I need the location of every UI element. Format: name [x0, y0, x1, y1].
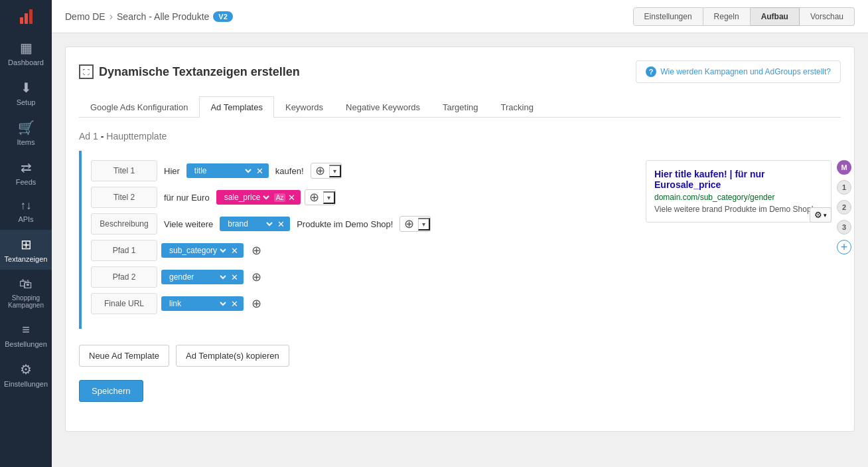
titel2-tag-remove[interactable]: ✕: [288, 193, 295, 202]
beschreibung-add-btn[interactable]: ⊕: [400, 217, 418, 231]
sidebar-item-bestellungen[interactable]: ≡ Bestellungen: [0, 316, 52, 355]
field-row-beschreibung: Beschreibung Viele weitere brand title s…: [91, 213, 635, 234]
badge-3[interactable]: 3: [837, 220, 851, 234]
tab-targeting[interactable]: Targeting: [431, 96, 489, 118]
beschreibung-add-group[interactable]: ⊕ ▾: [399, 216, 431, 232]
nav-step-vorschau[interactable]: Vorschau: [800, 7, 855, 26]
help-label: Wie werden Kampagnen und AdGroups erstel…: [660, 67, 831, 76]
badge-2[interactable]: 2: [837, 200, 851, 215]
titel1-add-btn[interactable]: ⊕: [311, 163, 329, 178]
titel1-tag[interactable]: title brand sale_price sub_category gend…: [186, 163, 269, 178]
titel1-tag-remove[interactable]: ✕: [256, 167, 263, 175]
preview-title: Hier title kaufen! | für nur Eurosale_pr…: [654, 169, 823, 190]
titel2-add-group[interactable]: ⊕ ▾: [305, 189, 336, 205]
logo-bar-3: [29, 9, 33, 24]
tab-tracking[interactable]: Tracking: [490, 96, 545, 118]
expand-icon[interactable]: ⛶: [79, 64, 94, 79]
nav-step-regeln[interactable]: Regeln: [703, 7, 751, 26]
beschreibung-tag-remove[interactable]: ✕: [277, 220, 285, 229]
tabs: Google Ads Konfiguration Ad Templates Ke…: [79, 96, 841, 118]
titel2-add-dropdown[interactable]: ▾: [323, 191, 335, 204]
logo-bar-1: [20, 17, 23, 24]
breadcrumb: Demo DE › Search - Alle Produkte V2: [65, 11, 233, 23]
pfad2-add-btn[interactable]: ⊕: [248, 268, 265, 286]
topbar: Demo DE › Search - Alle Produkte V2 Eins…: [52, 0, 868, 33]
tab-google[interactable]: Google Ads Konfiguration: [79, 96, 199, 118]
gear-dropdown-arrow: ▾: [824, 212, 827, 219]
ad-section-inner: Titel 1 Hier title brand sale_price sub_…: [82, 151, 841, 329]
pfad2-tag-remove[interactable]: ✕: [231, 273, 238, 282]
pfad1-tag-remove[interactable]: ✕: [231, 246, 238, 255]
tab-ad-templates[interactable]: Ad Templates: [199, 96, 274, 118]
sidebar-item-apis[interactable]: ↑↓ APIs: [0, 193, 52, 230]
sidebar: ▦ Dashboard ⬇ Setup 🛒 Items ⇄ Feeds ↑↓ A…: [0, 0, 52, 467]
main-content: Demo DE › Search - Alle Produkte V2 Eins…: [52, 0, 868, 467]
content-area: ⛶ Dynamische Textanzeigen erstellen ? Wi…: [52, 33, 868, 467]
badge-m[interactable]: M: [837, 160, 851, 175]
pfad2-tag-select[interactable]: gender sub_category brand: [167, 272, 228, 282]
titel2-tag-select[interactable]: sale_price title brand: [222, 192, 271, 203]
beschreibung-tag[interactable]: brand title sale_price ✕: [220, 217, 290, 231]
nav-steps: Einstellungen Regeln Aufbau Vorschau: [633, 7, 855, 26]
pfad2-tag[interactable]: gender sub_category brand ✕: [161, 270, 244, 284]
save-row: Speichern: [79, 367, 841, 402]
nav-step-einstellungen[interactable]: Einstellungen: [633, 7, 703, 26]
preview-sidebar: M 1 2 3 +: [837, 160, 851, 254]
titel2-add-btn[interactable]: ⊕: [305, 190, 323, 205]
breadcrumb-item-2[interactable]: Search - Alle Produkte: [117, 11, 209, 22]
tab-negative-keywords[interactable]: Negative Keywords: [334, 96, 431, 118]
sidebar-item-label: Dashboard: [8, 58, 44, 66]
label-beschreibung: Beschreibung: [91, 213, 157, 234]
titel2-tag[interactable]: sale_price title brand Az ✕: [216, 190, 301, 205]
pfad1-tag-select[interactable]: sub_category gender brand: [167, 245, 228, 256]
breadcrumb-item-1[interactable]: Demo DE: [65, 11, 106, 22]
sidebar-item-dashboard[interactable]: ▦ Dashboard: [0, 33, 52, 73]
sidebar-item-shopping[interactable]: 🛍 Shopping Kampagnen: [0, 270, 52, 316]
preview-box: Hier title kaufen! | für nur Eurosale_pr…: [646, 160, 832, 223]
sidebar-item-einstellungen[interactable]: ⚙ Einstellungen: [0, 355, 52, 395]
pfad1-add-btn[interactable]: ⊕: [248, 242, 265, 259]
logo-icon: [20, 9, 33, 24]
beschreibung-tag-select[interactable]: brand title sale_price: [225, 219, 275, 229]
titel2-tag-az[interactable]: Az: [274, 193, 286, 202]
titel1-prefix: Hier: [161, 166, 182, 176]
preview-desc: Viele weitere brand Produkte im Demo Sho…: [654, 205, 823, 214]
beschreibung-add-dropdown[interactable]: ▾: [418, 218, 430, 231]
sidebar-item-textanzeigen[interactable]: ⊞ Textanzeigen: [0, 230, 52, 270]
nav-step-aufbau[interactable]: Aufbau: [751, 7, 800, 26]
sidebar-item-label: APIs: [18, 215, 33, 223]
titel1-add-dropdown[interactable]: ▾: [329, 165, 341, 177]
sidebar-item-setup[interactable]: ⬇ Setup: [0, 73, 52, 113]
badge-1[interactable]: 1: [837, 180, 851, 195]
gear-button[interactable]: ⚙ ▾: [810, 207, 832, 223]
badge-add[interactable]: +: [837, 240, 851, 254]
ad-section: Titel 1 Hier title brand sale_price sub_…: [79, 151, 841, 329]
einstellungen-icon: ⚙: [20, 361, 32, 377]
sidebar-item-feeds[interactable]: ⇄ Feeds: [0, 153, 52, 193]
field-row-pfad2: Pfad 2 gender sub_category brand ✕: [91, 266, 635, 288]
section-title: Ad 1 - Haupttemplate: [79, 131, 841, 141]
copy-template-button[interactable]: Ad Template(s) kopieren: [176, 345, 289, 367]
finale-url-tag-select[interactable]: link sub_category: [167, 298, 228, 309]
feeds-icon: ⇄: [21, 159, 32, 175]
finale-url-tag-remove[interactable]: ✕: [231, 300, 238, 308]
sidebar-item-label: Textanzeigen: [5, 255, 48, 263]
finale-url-tag[interactable]: link sub_category ✕: [161, 296, 244, 311]
sidebar-item-label: Shopping Kampagnen: [3, 294, 48, 309]
new-template-button[interactable]: Neue Ad Template: [79, 345, 169, 367]
tab-keywords[interactable]: Keywords: [274, 96, 334, 118]
titel2-prefix: für nur Euro: [161, 193, 212, 203]
save-button[interactable]: Speichern: [79, 380, 143, 402]
sidebar-item-items[interactable]: 🛒 Items: [0, 113, 52, 153]
help-button[interactable]: ? Wie werden Kampagnen und AdGroups erst…: [636, 60, 841, 83]
titel1-tag-select[interactable]: title brand sale_price sub_category gend…: [192, 165, 253, 176]
ad-fields: Titel 1 Hier title brand sale_price sub_…: [91, 160, 635, 320]
titel1-add-group[interactable]: ⊕ ▾: [311, 163, 342, 179]
finale-url-add-btn[interactable]: ⊕: [248, 295, 265, 312]
label-finale-url: Finale URL: [91, 293, 157, 314]
field-row-finale-url: Finale URL link sub_category ✕ ⊕: [91, 293, 635, 314]
label-titel2: Titel 2: [91, 187, 157, 208]
dashboard-icon: ▦: [20, 40, 33, 56]
beschreibung-prefix: Viele weitere: [161, 219, 216, 229]
pfad1-tag[interactable]: sub_category gender brand ✕: [161, 243, 244, 258]
